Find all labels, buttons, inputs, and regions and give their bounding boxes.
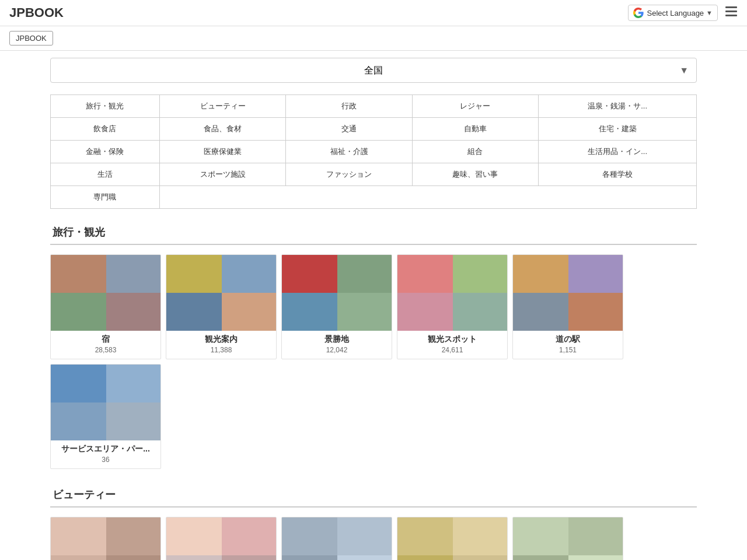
card-count-keishochi: 12,042 [287,346,387,354]
card-b3[interactable] [281,517,392,560]
card-image-cell-keishochi-3 [337,293,392,331]
category-cell-0-2[interactable]: 行政 [286,95,412,118]
card-michinoeki[interactable]: 道の駅1,151 [512,254,623,359]
category-cell-1-3[interactable]: 自動車 [412,118,538,141]
category-cell-1-1[interactable]: 食品、食材 [159,118,285,141]
card-image-cell-keishochi-2 [282,293,337,331]
category-cell-4-3 [412,186,538,209]
card-image-service [51,365,161,440]
card-grid-travel: 宿28,583観光案内11,388景勝地12,042観光スポット24,611道の… [50,254,697,469]
category-cell-0-1[interactable]: ビューティー [159,95,285,118]
card-count-yado: 28,583 [55,346,156,354]
category-cell-1-0[interactable]: 飲食店 [51,118,160,141]
language-label: Select Language [647,9,704,18]
card-image-cell-service-1 [106,365,161,402]
card-image-kankospot [397,255,508,331]
category-cell-2-3[interactable]: 組合 [412,141,538,163]
card-name-kanko: 観光案内 [171,334,271,345]
card-image-cell-b4-3 [453,555,508,560]
category-cell-2-2[interactable]: 福祉・介護 [286,141,412,163]
card-count-kanko: 11,388 [171,346,271,354]
card-info-kankospot: 観光スポット24,611 [397,331,507,359]
card-info-keishochi: 景勝地12,042 [282,331,392,359]
section-title-travel: 旅行・観光 [50,225,697,239]
category-cell-3-1[interactable]: スポーツ施設 [159,163,285,186]
card-image-cell-b2-0 [166,517,222,555]
section-divider-beauty [50,506,697,508]
card-image-cell-kankospot-3 [453,293,508,331]
card-image-cell-b5-0 [513,517,568,555]
category-cell-0-3[interactable]: レジャー [412,95,538,118]
card-image-cell-yado-3 [106,293,161,331]
card-b2[interactable] [166,517,277,560]
card-image-cell-kankospot-2 [397,293,453,331]
card-count-michinoeki: 1,151 [518,346,618,354]
category-cell-3-3[interactable]: 趣味、習い事 [412,163,538,186]
card-info-service: サービスエリア・パー...36 [51,440,160,468]
card-image-cell-b2-1 [222,517,277,555]
category-cell-4-2 [286,186,412,209]
region-select[interactable]: 全国 北海道 東北 関東 中部 近畿 中国 四国 九州・沖縄 [50,58,697,83]
card-image-cell-yado-2 [51,293,106,331]
card-b1[interactable] [50,517,161,560]
category-cell-4-1 [159,186,285,209]
card-image-cell-b3-1 [337,517,392,555]
card-grid-beauty [50,517,697,560]
site-logo[interactable]: JPBOOK [9,5,64,20]
card-name-michinoeki: 道の駅 [518,334,618,345]
section-beauty: ビューティー [50,488,697,560]
card-image-cell-b4-1 [453,517,508,555]
category-cell-2-1[interactable]: 医療保健業 [159,141,285,163]
category-cell-1-2[interactable]: 交通 [286,118,412,141]
language-dropdown-icon[interactable]: ▼ [706,9,713,16]
card-kankospot[interactable]: 観光スポット24,611 [397,254,508,359]
card-image-cell-kanko-2 [166,293,222,331]
card-b5[interactable] [512,517,623,560]
card-yado[interactable]: 宿28,583 [50,254,161,359]
region-selector-wrapper: 全国 北海道 東北 関東 中部 近畿 中国 四国 九州・沖縄 ▼ [50,58,697,83]
card-image-cell-service-0 [51,365,106,402]
card-service[interactable]: サービスエリア・パー...36 [50,364,161,469]
category-cell-2-0[interactable]: 金融・保険 [51,141,160,163]
card-name-service: サービスエリア・パー... [55,444,156,454]
list-view-icon[interactable] [725,5,738,21]
card-image-b3 [282,517,392,560]
card-image-cell-michinoeki-1 [568,255,623,293]
section-title-beauty: ビューティー [50,488,697,502]
svg-rect-2 [725,15,737,16]
card-image-cell-kanko-3 [222,293,277,331]
header-right: Select Language ▼ [628,5,738,21]
card-image-cell-kankospot-0 [397,255,453,293]
card-count-kankospot: 24,611 [402,346,502,354]
language-selector[interactable]: Select Language ▼ [628,5,718,21]
card-image-cell-michinoeki-0 [513,255,568,293]
category-cell-1-4[interactable]: 住宅・建築 [539,118,697,141]
card-image-cell-keishochi-1 [337,255,392,293]
card-image-keishochi [282,255,392,331]
list-icon-svg [725,5,738,18]
category-cell-0-4[interactable]: 温泉・銭湯・サ... [539,95,697,118]
card-image-cell-b3-3 [337,555,392,560]
section-divider-travel [50,244,697,245]
breadcrumb-home[interactable]: JPBOOK [9,31,53,46]
breadcrumb-bar: JPBOOK [0,26,747,51]
category-cell-4-0[interactable]: 専門職 [51,186,160,209]
category-cell-2-4[interactable]: 生活用品・イン... [539,141,697,163]
header: JPBOOK Select Language ▼ [0,0,747,26]
card-info-michinoeki: 道の駅1,151 [513,331,623,359]
category-cell-3-4[interactable]: 各種学校 [539,163,697,186]
card-image-cell-b3-0 [282,517,337,555]
section-travel: 旅行・観光 宿28,583観光案内11,388景勝地12,042観光スポット24… [50,225,697,469]
card-name-kankospot: 観光スポット [402,334,502,345]
category-cell-3-2[interactable]: ファッション [286,163,412,186]
card-kanko[interactable]: 観光案内11,388 [166,254,277,359]
card-image-michinoeki [513,255,623,331]
card-image-cell-kanko-0 [166,255,222,293]
card-image-cell-b1-2 [51,555,106,560]
card-image-cell-b2-3 [222,555,277,560]
category-cell-3-0[interactable]: 生活 [51,163,160,186]
category-cell-0-0[interactable]: 旅行・観光 [51,95,160,118]
card-image-cell-b5-3 [568,555,623,560]
card-keishochi[interactable]: 景勝地12,042 [281,254,392,359]
card-b4[interactable] [397,517,508,560]
